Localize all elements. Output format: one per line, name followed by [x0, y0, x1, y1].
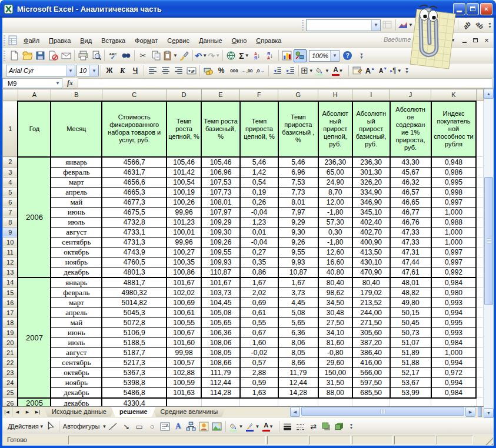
cell-J8[interactable]: 46,76 [390, 217, 431, 227]
cell-L1[interactable] [476, 101, 483, 157]
col-header-H[interactable]: H [318, 89, 352, 101]
cell-H17[interactable]: 30,48 [318, 307, 352, 317]
cell-G9[interactable]: 9,30 [278, 227, 318, 237]
cell-F3[interactable]: 1,42 [240, 167, 278, 177]
fill-color-button[interactable]: ▼ [314, 64, 330, 77]
row-header-21[interactable]: 21 [3, 347, 18, 357]
row-header-5[interactable]: 5 [3, 187, 18, 197]
cell-J2[interactable]: 43,30 [390, 157, 431, 168]
cell-D19[interactable]: 100,67 [167, 327, 201, 337]
cell-E1[interactable]: Темп роста базисный, % [201, 101, 240, 157]
chevron-down-icon[interactable]: ▼ [245, 53, 249, 58]
clip-art-button[interactable] [198, 420, 211, 433]
cell-I2[interactable]: 236,30 [352, 157, 390, 168]
cell-I3[interactable]: 301,30 [352, 167, 390, 177]
chevron-down-icon[interactable]: ▼ [325, 68, 329, 73]
menu-Сервис[interactable]: Сервис [162, 35, 194, 46]
cell-C2[interactable]: 4566,7 [102, 157, 167, 168]
cell-D15[interactable]: 102,02 [167, 287, 201, 297]
text-box-button[interactable]: A [159, 420, 172, 433]
cell-E3[interactable]: 106,96 [201, 167, 240, 177]
align-center-button[interactable] [159, 64, 172, 77]
cell-G4[interactable]: 7,53 [278, 177, 318, 187]
cell-C18[interactable]: 5072,8 [102, 317, 167, 327]
cell-C5[interactable]: 4665,3 [102, 187, 167, 197]
cell-A14[interactable]: 2007 [18, 278, 51, 398]
menu-Файл[interactable]: Файл [19, 35, 44, 46]
cell-C20[interactable]: 5188,5 [102, 337, 167, 347]
cell-B13[interactable]: декабрь [51, 267, 102, 278]
cell-C12[interactable]: 4760,5 [102, 257, 167, 267]
cell-H15[interactable]: 98,62 [318, 287, 352, 297]
cell-I18[interactable]: 271,50 [352, 317, 390, 327]
cell-K22[interactable]: 0,994 [431, 357, 477, 367]
menu-Формат[interactable]: Формат [130, 35, 162, 46]
borders-button[interactable]: ⊞▼ [301, 64, 314, 77]
cell-G12[interactable]: 9,93 [278, 257, 318, 267]
cell-H6[interactable]: 12,00 [318, 197, 352, 207]
cell-B21[interactable]: август [51, 347, 102, 357]
cell-G15[interactable]: 3,73 [278, 287, 318, 297]
hyperlink-button[interactable] [225, 49, 238, 62]
empty-combo-box[interactable]: ▼ [306, 19, 381, 31]
cell-B1[interactable]: Месяц [51, 101, 102, 157]
cell-B17[interactable]: апрель [51, 307, 102, 317]
cell-C15[interactable]: 4980,32 [102, 287, 167, 297]
cell-B9[interactable]: август [51, 227, 102, 237]
autoshapes-menu-button[interactable]: Автофигуры▼ [61, 420, 107, 433]
horizontal-scrollbar[interactable]: ◀ ▶ [290, 407, 475, 417]
col-header-D[interactable]: D [167, 89, 201, 101]
font-color-button[interactable]: А▼ [330, 64, 347, 77]
cell-K24[interactable]: 0,994 [431, 377, 477, 387]
cell-F19[interactable]: 0,67 [240, 327, 278, 337]
undo-button[interactable]: ↶▼ [195, 49, 208, 62]
oval-button[interactable]: ○ [146, 420, 159, 433]
currency-button[interactable] [202, 64, 215, 77]
draw-font-color-button[interactable]: А▼ [261, 420, 277, 433]
tab-split-handle[interactable] [478, 407, 482, 417]
cell-E18[interactable]: 105,65 [201, 317, 240, 327]
cell-G7[interactable]: 7,97 [278, 207, 318, 217]
shrink-font-button[interactable]: А▼ [377, 64, 390, 77]
cell-H8[interactable]: 57,30 [318, 217, 352, 227]
dash-style-button[interactable] [294, 420, 307, 433]
chevron-down-icon[interactable]: ▼ [339, 68, 344, 73]
cell-D18[interactable]: 100,55 [167, 317, 201, 327]
vertical-scroll-thumb[interactable] [484, 177, 493, 305]
cell-K19[interactable]: 0,993 [431, 327, 477, 337]
cell-C9[interactable]: 4733,1 [102, 227, 167, 237]
increase-decimal-button[interactable]: ←,00 [241, 64, 254, 77]
chevron-down-icon[interactable]: ▼ [173, 53, 178, 58]
wordart-button[interactable]: А [172, 420, 185, 433]
next-sheet-button[interactable]: ▶ [22, 407, 32, 417]
help-button[interactable]: ? [341, 49, 354, 62]
cell-C16[interactable]: 5014,82 [102, 297, 167, 307]
cell-C17[interactable]: 5045,3 [102, 307, 167, 317]
cell-K2[interactable]: 0,948 [431, 157, 477, 168]
cell-B4[interactable]: март [51, 177, 102, 187]
cell-L15[interactable] [476, 287, 483, 297]
toolbar-grip[interactable] [4, 51, 5, 61]
cell-B3[interactable]: февраль [51, 167, 102, 177]
chevron-down-icon[interactable]: ▼ [89, 65, 98, 76]
cell-E16[interactable]: 104,45 [201, 297, 240, 307]
merge-center-button[interactable]: a [185, 64, 198, 77]
cell-L9[interactable] [476, 227, 483, 237]
col-header-F[interactable]: F [240, 89, 278, 101]
cell-F2[interactable]: 5,46 [240, 157, 278, 168]
scroll-right-button[interactable]: ▶ [465, 407, 475, 417]
chevron-down-icon[interactable]: ▼ [54, 81, 62, 86]
cell-B26[interactable]: декабрь [51, 398, 102, 407]
drawing-toggle-button[interactable] [294, 49, 307, 62]
cell-D2[interactable]: 105,46 [167, 157, 201, 168]
cell-G19[interactable]: 6,36 [278, 327, 318, 337]
cell-H19[interactable]: 34,10 [318, 327, 352, 337]
cell-H7[interactable]: -1,80 [318, 207, 352, 217]
cell-B2[interactable]: январь [51, 157, 102, 168]
cell-H25[interactable]: 88,00 [318, 387, 352, 398]
cell-F1[interactable]: Темп прироста цепной, % [240, 101, 278, 157]
cell-D25[interactable]: 101,63 [167, 387, 201, 398]
cell-B25[interactable]: декабрь [51, 387, 102, 398]
col-header-E[interactable]: E [201, 89, 240, 101]
row-header-2[interactable]: 2 [3, 157, 18, 168]
